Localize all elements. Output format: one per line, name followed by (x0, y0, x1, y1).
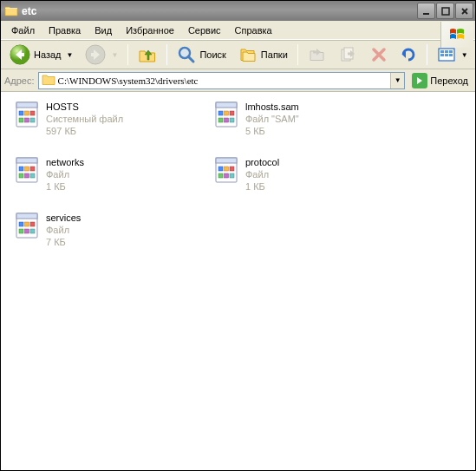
folders-icon (238, 45, 258, 64)
move-to-button[interactable] (303, 42, 332, 68)
file-icon (13, 156, 41, 184)
toolbar: Назад ▼ ▼ Поиск Папки ▼ (1, 40, 475, 69)
file-item[interactable]: lmhosts.sam Файл "SAM" 5 КБ (211, 99, 410, 139)
file-type: Файл (245, 168, 279, 180)
menu-help[interactable]: Справка (228, 23, 279, 37)
go-arrow-icon (412, 73, 427, 88)
windows-logo-icon (440, 22, 473, 48)
copy-to-button[interactable] (334, 42, 363, 68)
file-icon (212, 101, 240, 128)
up-button[interactable] (133, 42, 162, 68)
file-name: protocol (245, 156, 279, 168)
go-label: Переход (430, 75, 468, 86)
go-button[interactable]: Переход (408, 71, 472, 90)
menu-view[interactable]: Вид (88, 23, 119, 37)
search-label: Поиск (199, 49, 225, 60)
close-button[interactable] (455, 3, 473, 19)
chevron-down-icon: ▼ (111, 51, 118, 59)
file-icon (13, 101, 41, 128)
copy-to-icon (339, 45, 358, 64)
file-size: 1 КБ (46, 180, 84, 193)
svg-rect-12 (449, 50, 453, 53)
menubar: Файл Правка Вид Избранное Сервис Справка (1, 21, 475, 40)
file-type: Файл (46, 224, 81, 236)
file-name: HOSTS (46, 101, 123, 113)
delete-icon (370, 46, 388, 63)
svg-rect-13 (440, 54, 444, 56)
file-name: networks (46, 156, 84, 168)
menu-favorites[interactable]: Избранное (119, 23, 181, 37)
maximize-button[interactable] (436, 3, 454, 19)
file-size: 597 КБ (46, 125, 123, 137)
chevron-down-icon: ▼ (461, 51, 468, 59)
file-size: 1 КБ (245, 180, 279, 193)
titlebar: etc (1, 1, 475, 21)
folder-up-icon (138, 45, 157, 64)
address-dropdown-button[interactable]: ▼ (390, 73, 404, 88)
address-combo[interactable]: ▼ (38, 72, 406, 89)
svg-rect-15 (449, 54, 453, 56)
menu-tools[interactable]: Сервис (181, 23, 228, 37)
back-icon (10, 44, 30, 65)
forward-button[interactable]: ▼ (80, 41, 123, 69)
undo-button[interactable] (394, 43, 422, 67)
address-input[interactable] (58, 75, 391, 86)
undo-icon (400, 46, 417, 63)
search-button[interactable]: Поиск (172, 42, 231, 68)
file-name: services (46, 212, 81, 224)
search-icon (177, 45, 196, 64)
move-to-icon (308, 45, 327, 64)
folder-icon (42, 74, 55, 88)
svg-point-6 (181, 49, 189, 57)
file-item[interactable]: HOSTS Системный файл 597 КБ (11, 99, 211, 139)
folders-button[interactable]: Папки (233, 42, 293, 68)
file-type: Системный файл (46, 113, 123, 125)
file-type: Файл "SAM" (245, 113, 299, 125)
svg-rect-0 (423, 13, 429, 15)
svg-rect-11 (445, 50, 448, 53)
file-icon (212, 156, 240, 184)
file-item[interactable]: networks Файл 1 КБ (11, 154, 211, 194)
address-label: Адрес: (4, 75, 35, 86)
forward-icon (85, 44, 106, 65)
menu-edit[interactable]: Правка (42, 23, 88, 37)
file-size: 5 КБ (245, 125, 299, 137)
address-bar: Адрес: ▼ Переход (1, 69, 475, 92)
minimize-button[interactable] (417, 3, 435, 19)
file-item[interactable]: services Файл 7 КБ (11, 210, 211, 250)
back-label: Назад (34, 49, 62, 60)
back-button[interactable]: Назад ▼ (4, 41, 78, 69)
svg-rect-10 (440, 50, 444, 53)
chevron-down-icon: ▼ (67, 51, 74, 59)
file-icon (13, 212, 41, 239)
delete-button[interactable] (365, 43, 393, 67)
file-type: Файл (46, 168, 84, 180)
file-item[interactable]: protocol Файл 1 КБ (211, 154, 410, 194)
window-title: etc (22, 5, 417, 17)
file-size: 7 КБ (46, 236, 81, 248)
svg-rect-14 (445, 54, 448, 56)
views-icon (437, 46, 456, 63)
folder-icon (4, 4, 18, 18)
file-name: lmhosts.sam (245, 101, 299, 113)
folders-label: Папки (261, 49, 288, 60)
file-list-pane[interactable]: HOSTS Системный файл 597 КБ lmhosts.sam … (1, 92, 475, 470)
svg-rect-1 (442, 8, 449, 15)
menu-file[interactable]: Файл (4, 23, 42, 37)
